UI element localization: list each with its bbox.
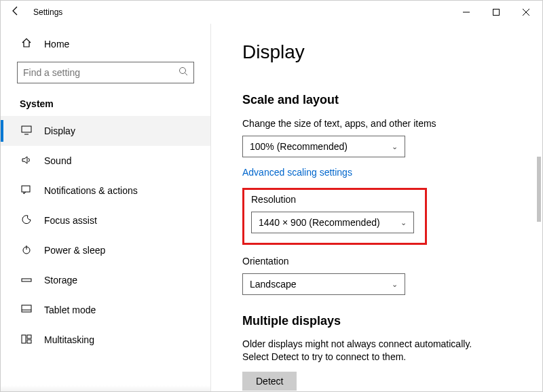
advanced-scaling-link[interactable]: Advanced scaling settings xyxy=(242,167,352,178)
multi-help-text: Older displays might not always connect … xyxy=(242,338,500,364)
sidebar-item-focus[interactable]: Focus assist xyxy=(1,205,210,235)
notifications-icon xyxy=(20,185,33,197)
minimize-button[interactable] xyxy=(451,2,481,22)
display-icon xyxy=(20,125,33,137)
orientation-label: Orientation xyxy=(242,256,525,267)
scale-label: Change the size of text, apps, and other… xyxy=(242,118,525,129)
svg-rect-15 xyxy=(27,335,31,338)
multitasking-icon xyxy=(20,334,33,346)
sidebar: Home System Display Sound Notifications … xyxy=(1,24,211,391)
sidebar-item-label: Power & sleep xyxy=(44,245,105,256)
sidebar-item-label: Focus assist xyxy=(44,215,97,226)
sidebar-item-label: Storage xyxy=(44,275,77,286)
sidebar-item-label: Multitasking xyxy=(44,334,94,345)
scale-layout-heading: Scale and layout xyxy=(242,93,525,107)
sidebar-item-notifications[interactable]: Notifications & actions xyxy=(1,176,210,205)
sidebar-item-sound[interactable]: Sound xyxy=(1,146,210,176)
svg-rect-14 xyxy=(22,335,26,343)
content-pane: Display Scale and layout Change the size… xyxy=(211,24,542,391)
truncated-link[interactable] xyxy=(242,64,525,74)
resolution-label: Resolution xyxy=(251,194,418,205)
chevron-down-icon: ⌄ xyxy=(400,218,407,227)
svg-rect-1 xyxy=(493,9,500,16)
sidebar-item-display[interactable]: Display xyxy=(1,116,210,146)
home-icon xyxy=(20,37,33,51)
home-label: Home xyxy=(44,39,69,50)
sidebar-item-multitasking[interactable]: Multitasking xyxy=(1,325,210,355)
svg-rect-12 xyxy=(22,305,31,312)
window-title: Settings xyxy=(33,7,451,17)
search-field[interactable] xyxy=(23,67,179,78)
search-icon xyxy=(179,66,188,79)
scale-value: 100% (Recommended) xyxy=(250,141,348,152)
sidebar-item-label: Tablet mode xyxy=(44,305,96,315)
scale-dropdown[interactable]: 100% (Recommended) ⌄ xyxy=(242,136,405,157)
search-input[interactable] xyxy=(17,62,194,83)
sidebar-item-label: Sound xyxy=(44,155,71,166)
page-title: Display xyxy=(242,41,525,63)
scrollbar-thumb[interactable] xyxy=(537,157,541,222)
svg-rect-11 xyxy=(22,279,31,281)
resolution-dropdown[interactable]: 1440 × 900 (Recommended) ⌄ xyxy=(251,212,414,233)
sidebar-item-storage[interactable]: Storage xyxy=(1,265,210,295)
orientation-value: Landscape xyxy=(250,279,297,290)
power-icon xyxy=(20,244,33,257)
sidebar-item-tablet[interactable]: Tablet mode xyxy=(1,295,210,325)
close-button[interactable] xyxy=(511,2,541,22)
sidebar-item-power[interactable]: Power & sleep xyxy=(1,235,210,265)
svg-point-4 xyxy=(180,68,186,74)
chevron-down-icon: ⌄ xyxy=(392,280,398,289)
home-nav[interactable]: Home xyxy=(1,31,210,58)
multiple-displays-heading: Multiple displays xyxy=(242,314,525,328)
orientation-dropdown[interactable]: Landscape ⌄ xyxy=(242,273,405,295)
chevron-down-icon: ⌄ xyxy=(392,142,398,151)
resolution-value: 1440 × 900 (Recommended) xyxy=(259,217,380,228)
svg-rect-8 xyxy=(22,186,30,192)
detect-button[interactable]: Detect xyxy=(242,372,297,391)
svg-line-5 xyxy=(185,73,188,76)
focus-icon xyxy=(20,214,33,227)
titlebar: Settings xyxy=(1,1,542,24)
section-system: System xyxy=(1,87,210,116)
storage-icon xyxy=(20,275,33,286)
sound-icon xyxy=(20,155,33,167)
sidebar-item-label: Display xyxy=(44,125,75,136)
maximize-button[interactable] xyxy=(481,2,511,22)
svg-rect-16 xyxy=(27,340,31,343)
resolution-highlight: Resolution 1440 × 900 (Recommended) ⌄ xyxy=(242,188,427,245)
scrollbar-track[interactable] xyxy=(536,24,542,391)
tablet-icon xyxy=(20,305,33,316)
sidebar-item-label: Notifications & actions xyxy=(44,185,138,196)
svg-rect-6 xyxy=(22,126,31,132)
back-button[interactable] xyxy=(2,5,29,19)
